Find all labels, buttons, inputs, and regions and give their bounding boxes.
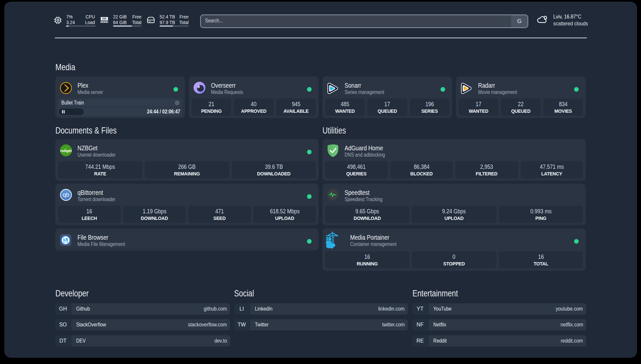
- svg-text:qb: qb: [63, 192, 69, 198]
- svg-text:nzbget: nzbget: [60, 149, 72, 153]
